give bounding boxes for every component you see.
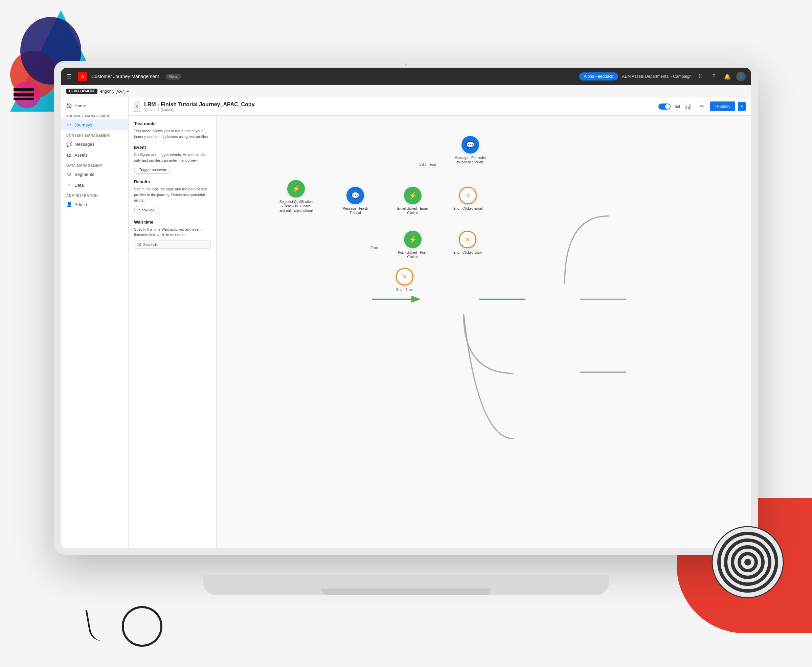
alpha-badge: Alpha [166,74,181,80]
dev-badge: DEVELOPMENT [66,89,98,94]
sidebar-item-home[interactable]: 🏠 Home [61,100,128,111]
svg-rect-6 [13,98,34,100]
laptop-base [203,575,609,595]
test-panel: Test mode This mode allows you to run a … [129,116,216,548]
assets-icon: 🗂 [66,152,72,158]
chevron-down-icon: ▾ [127,89,129,94]
laptop-screen: ☰ A Customer Journey Management Alpha Al… [61,68,751,548]
node-label-5: Message - Reminder to look at tutorials [453,156,487,164]
test-label: Test [673,104,680,109]
error-label: Error [370,246,378,250]
menu-icon[interactable]: ☰ [66,73,72,80]
svg-rect-5 [13,93,34,96]
org-selector[interactable]: engonly (VA7) ▾ [100,89,129,94]
node-label-3: Email clicked - Email Clicked [396,206,430,215]
flow-canvas: ⚡ Segment Qualification - Renew in 30 da… [216,116,751,548]
wait-time-input[interactable]: 10 Seconds [134,241,211,249]
stats-button[interactable]: 📊 [683,101,694,112]
node-circle-6: ⚡ [404,231,422,248]
trigger-event-button[interactable]: Trigger an event [134,166,171,174]
sidebar-item-data[interactable]: ≡ Data [61,179,128,191]
laptop: ☰ A Customer Journey Management Alpha Al… [54,61,758,595]
edit-button[interactable]: ✏ [696,101,707,112]
event-section: Event Configure and trigger events. As a… [134,145,211,174]
event-text: Configure and trigger events. As a remin… [134,152,211,163]
wait-time-text: Specify the time Wait activities and eve… [134,227,211,238]
node-label-6: Push clicked - Push Clicked [396,250,430,259]
node-circle-2: 💬 [347,187,364,204]
sidebar-item-messages[interactable]: 💬 Messages [61,139,128,149]
wait-time-title: Wait time [134,219,211,225]
back-button[interactable]: ‹ [134,101,140,112]
svg-point-12 [744,559,751,566]
test-mode-text: This mode allows you to run a test of yo… [134,128,211,139]
journeys-icon: ↩ [66,122,72,128]
node-circle-5: 💬 [462,136,479,154]
top-nav-icons: ⠿ ? 🔔 👤 [696,72,746,81]
sidebar-section-content: CONTENT MANAGEMENT [61,130,128,139]
notification-icon[interactable]: 🔔 [723,72,732,81]
results-text: See in the logs the state and the path o… [134,186,211,203]
node-circle-8: ✕ [396,268,413,285]
publish-dropdown-button[interactable]: ▾ [738,102,746,111]
node-end-clicked-email[interactable]: ✕ End - Clicked email [453,187,482,211]
admin-icon: 👤 [66,202,72,207]
grid-icon[interactable]: ⠿ [696,72,705,81]
node-message-finish[interactable]: 💬 Message - Finish Tutorial [338,187,372,215]
canvas-area: ‹ LRM - Finish Tutorial Journey_APAC_Cop… [129,98,751,548]
secondary-bar: DEVELOPMENT engonly (VA7) ▾ [61,85,751,98]
results-section: Results See in the logs the state and th… [134,179,211,214]
node-message-reminder[interactable]: 💬 Message - Reminder to look at tutorial… [453,136,487,164]
show-log-button[interactable]: Show log [134,206,159,214]
adobe-logo: A [78,72,87,81]
event-title: Event [134,145,211,150]
laptop-body: ☰ A Customer Journey Management Alpha Al… [54,61,758,555]
svg-rect-4 [13,88,34,91]
data-icon: ≡ [66,182,72,188]
wait-time-section: Wait time Specify the time Wait activiti… [134,219,211,249]
node-label-8: End - Error [397,287,413,292]
user-avatar[interactable]: 👤 [736,72,746,81]
journey-version: Version 1 (Latest) [144,108,654,112]
publish-button[interactable]: Publish [710,101,735,111]
node-push-clicked[interactable]: ⚡ Push clicked - Push Clicked [396,231,430,259]
sidebar-section-journey: JOURNEY MANAGEMENT [61,111,128,119]
node-circle-3: ⚡ [404,187,422,204]
home-icon: 🏠 [66,103,72,108]
sidebar-item-admin[interactable]: 👤 Admin [61,199,128,210]
timeout-label: 1 d timeout [416,162,439,168]
node-segment-qualification[interactable]: ⚡ Segment Qualification - Renew in 30 da… [279,180,313,213]
journey-title: LRM - Finish Tutorial Journey_APAC_Copy [144,101,654,108]
journey-title-area: LRM - Finish Tutorial Journey_APAC_Copy … [144,101,654,112]
node-email-clicked[interactable]: ⚡ Email clicked - Email Clicked [396,187,430,215]
node-label-4: End - Clicked email [453,206,482,211]
node-end-error[interactable]: ✕ End - Error [396,268,413,292]
sidebar: 🏠 Home JOURNEY MANAGEMENT ↩ Journeys CON… [61,98,129,548]
help-icon[interactable]: ? [709,72,719,81]
wait-unit: Seconds [143,242,158,247]
messages-icon: 💬 [66,141,72,147]
toggle-switch[interactable] [658,103,671,110]
main-content: 🏠 Home JOURNEY MANAGEMENT ↩ Journeys CON… [61,98,751,548]
alpha-feedback-button[interactable]: Alpha Feedback [579,72,618,81]
test-toggle[interactable]: Test [658,103,680,110]
node-circle-7: ✕ [459,231,477,248]
app-title: Customer Journey Management [91,74,159,79]
sidebar-item-journeys[interactable]: ↩ Journeys [61,119,128,130]
segments-icon: ⚙ [66,171,72,177]
node-label-7: End - Clicked push [453,250,482,255]
deco-ball [711,525,785,599]
sidebar-item-assets[interactable]: 🗂 Assets [61,149,128,160]
org-name: AEM Assets Departmental - Campaign [622,74,692,79]
node-end-clicked-push[interactable]: ✕ End - Clicked push [453,231,482,255]
node-circle-1: ⚡ [287,180,305,197]
journey-canvas-wrapper: Test mode This mode allows you to run a … [129,116,751,548]
node-label-2: Message - Finish Tutorial [338,206,372,215]
test-mode-section: Test mode This mode allows you to run a … [134,121,211,139]
wait-value: 10 [137,242,141,247]
sidebar-section-data: DATA MANAGEMENT [61,160,128,169]
sidebar-item-segments[interactable]: ⚙ Segments [61,169,128,179]
node-circle-4: ✕ [459,187,477,204]
top-navbar: ☰ A Customer Journey Management Alpha Al… [61,68,751,85]
journey-header: ‹ LRM - Finish Tutorial Journey_APAC_Cop… [129,98,751,116]
